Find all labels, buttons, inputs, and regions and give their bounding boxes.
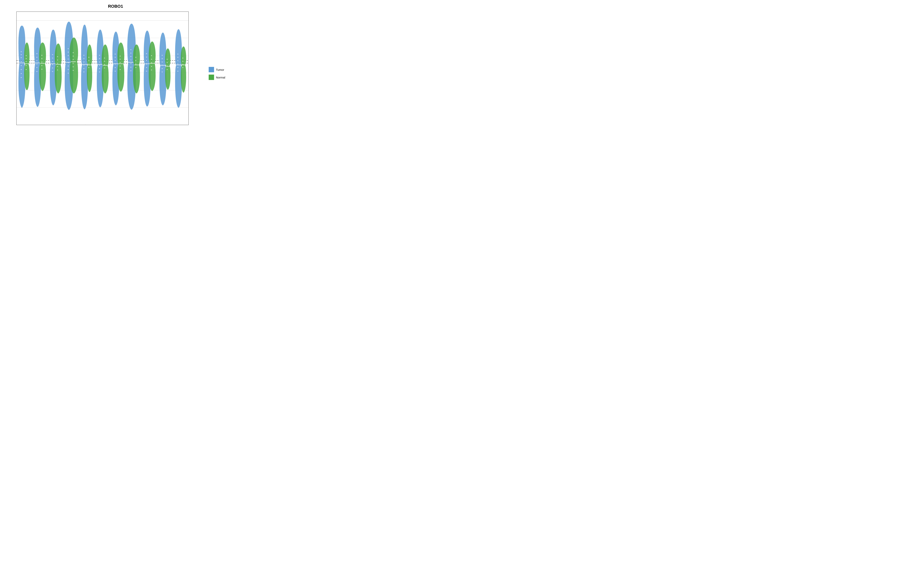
- svg-rect-90: [115, 57, 116, 58]
- svg-rect-86: [104, 64, 105, 65]
- x-tick-coad: COAD: [49, 124, 56, 125]
- svg-rect-73: [88, 60, 89, 61]
- svg-rect-81: [99, 68, 100, 69]
- svg-rect-52: [68, 59, 69, 59]
- svg-rect-96: [120, 56, 121, 56]
- svg-text:BRCA: BRCA: [34, 124, 40, 125]
- svg-rect-91: [115, 60, 116, 61]
- svg-rect-138: [167, 69, 168, 70]
- svg-rect-74: [88, 64, 89, 64]
- svg-rect-26: [36, 64, 37, 64]
- svg-rect-143: [177, 64, 178, 64]
- x-tick-kirc: KIRC: [97, 124, 103, 125]
- svg-rect-132: [162, 68, 163, 69]
- violin-kirc-normal: [102, 44, 109, 93]
- svg-rect-148: [182, 61, 183, 61]
- svg-rect-9: [21, 55, 22, 55]
- svg-text:THCA: THCA: [159, 124, 166, 125]
- svg-rect-67: [83, 62, 84, 62]
- svg-rect-28: [36, 71, 37, 72]
- svg-text:KICH: KICH: [81, 124, 87, 125]
- svg-rect-129: [162, 58, 163, 59]
- svg-rect-60: [73, 60, 74, 60]
- svg-text:KIRC: KIRC: [97, 124, 103, 125]
- x-tick-thca: THCA: [159, 124, 166, 125]
- svg-rect-125: [151, 66, 152, 67]
- svg-rect-80: [99, 65, 100, 65]
- legend-color-normal: [209, 75, 214, 80]
- svg-rect-68: [83, 65, 84, 65]
- svg-rect-150: [182, 67, 183, 68]
- svg-rect-13: [21, 69, 22, 70]
- chart-container: ROBO1 mRNA Expression (RNASeq V2, log2): [0, 0, 231, 144]
- svg-rect-78: [99, 58, 100, 59]
- svg-rect-82: [99, 72, 100, 73]
- violin-brca-normal: [39, 42, 46, 91]
- legend-label-tumor: Tumor: [216, 68, 224, 71]
- svg-text:UCEC: UCEC: [174, 124, 181, 125]
- svg-rect-103: [130, 53, 131, 53]
- svg-rect-123: [151, 59, 152, 60]
- svg-rect-65: [83, 55, 84, 56]
- violin-ucec-normal: [181, 47, 186, 93]
- svg-rect-135: [167, 59, 168, 60]
- svg-rect-98: [120, 62, 121, 63]
- svg-rect-37: [52, 58, 53, 58]
- svg-rect-85: [104, 61, 105, 61]
- svg-rect-47: [57, 69, 58, 70]
- legend-item-tumor: Tumor: [209, 67, 225, 73]
- svg-rect-106: [130, 63, 131, 64]
- legend-item-normal: Normal: [209, 75, 225, 80]
- svg-rect-62: [73, 66, 74, 67]
- svg-rect-12: [21, 65, 22, 66]
- chart-title: ROBO1: [0, 4, 231, 9]
- svg-rect-61: [73, 63, 74, 63]
- x-tick-prad: PRAD: [143, 124, 150, 125]
- violin-ucec-tumor: [175, 29, 182, 108]
- svg-rect-133: [162, 72, 163, 73]
- svg-rect-18: [26, 58, 27, 59]
- svg-rect-23: [36, 53, 37, 54]
- svg-rect-117: [146, 60, 147, 61]
- svg-rect-144: [177, 67, 178, 68]
- svg-rect-10: [21, 57, 22, 58]
- svg-rect-142: [177, 60, 178, 61]
- svg-rect-97: [120, 59, 121, 60]
- svg-rect-141: [177, 57, 178, 58]
- svg-rect-33: [41, 65, 42, 66]
- svg-rect-136: [167, 62, 168, 63]
- violin-blca-normal: [24, 42, 30, 90]
- svg-rect-104: [130, 56, 131, 57]
- legend-color-tumor: [209, 67, 214, 73]
- svg-rect-63: [73, 70, 74, 71]
- svg-rect-15: [21, 77, 22, 78]
- violin-lusc-normal: [133, 44, 140, 93]
- svg-rect-87: [104, 68, 105, 68]
- svg-rect-39: [52, 64, 53, 65]
- svg-rect-45: [57, 63, 58, 63]
- svg-rect-59: [73, 56, 74, 56]
- svg-rect-55: [68, 69, 69, 70]
- x-tick-brca: BRCA: [34, 124, 40, 125]
- x-tick-kich: KICH: [81, 124, 87, 125]
- svg-rect-89: [115, 54, 116, 55]
- svg-rect-58: [73, 52, 74, 53]
- main-chart-svg: 4 6 8 10 12 14 BLCA BRCA COAD HNSC KICH: [16, 12, 189, 125]
- svg-rect-34: [41, 69, 42, 69]
- svg-rect-25: [36, 60, 37, 61]
- svg-rect-41: [52, 71, 53, 72]
- svg-rect-100: [120, 69, 121, 70]
- svg-rect-105: [130, 60, 131, 60]
- svg-rect-20: [26, 65, 27, 66]
- svg-rect-110: [135, 57, 136, 58]
- x-tick-ucec: UCEC: [174, 124, 181, 125]
- x-tick-luad: LUAD: [112, 124, 119, 125]
- svg-rect-126: [151, 69, 152, 70]
- svg-rect-36: [52, 55, 53, 55]
- svg-rect-113: [135, 67, 136, 68]
- svg-rect-145: [177, 71, 178, 71]
- x-tick-hnsc: HNSC: [65, 124, 72, 125]
- svg-text:BLCA: BLCA: [18, 124, 25, 125]
- svg-rect-124: [151, 63, 152, 63]
- violin-thca-normal: [165, 48, 171, 90]
